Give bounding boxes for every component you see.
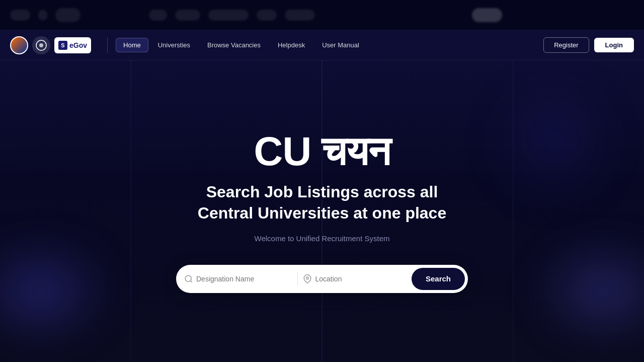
location-icon — [303, 274, 312, 283]
nav-browse-vacancies[interactable]: Browse Vacancies — [200, 38, 268, 52]
hero-title: CU चयन — [254, 129, 390, 174]
gov-logo-2 — [32, 36, 50, 54]
nav-user-manual[interactable]: User Manual — [314, 38, 367, 52]
hero-subtitle-line1: Search Job Listings across all — [198, 182, 446, 203]
hero-section: CU चयन Search Job Listings across all Ce… — [0, 60, 644, 362]
topbar-item-4 — [149, 10, 167, 21]
topbar-item-6 — [208, 10, 249, 21]
glow-left — [0, 241, 111, 342]
egov-logo: S eGov — [54, 37, 91, 53]
hero-subtitle-line2: Central Universities at one place — [198, 203, 446, 224]
login-button[interactable]: Login — [594, 38, 634, 52]
logo-area: S eGov — [10, 36, 91, 54]
glow-right — [533, 241, 644, 342]
svg-point-3 — [306, 277, 309, 279]
search-divider — [297, 272, 298, 286]
nav-universities[interactable]: Universties — [150, 38, 198, 52]
topbar-item-7 — [257, 10, 277, 21]
location-input[interactable] — [315, 275, 385, 283]
svg-point-2 — [185, 275, 191, 281]
egov-text: eGov — [69, 41, 87, 49]
hero-content: CU चयन Search Job Listings across all Ce… — [176, 129, 468, 293]
svg-point-1 — [39, 43, 43, 47]
topbar-item-1 — [10, 10, 30, 21]
egov-s-badge: S — [58, 41, 67, 50]
search-bar: Search — [176, 265, 468, 293]
nav-home[interactable]: Home — [116, 38, 148, 52]
topbar-right-2 — [472, 8, 502, 22]
topbar-item-5 — [175, 10, 200, 21]
topbar-item-8 — [285, 10, 315, 21]
nav-helpdesk[interactable]: Helpdesk — [270, 38, 312, 52]
topbar-item-2 — [38, 10, 47, 21]
hero-subtitle: Search Job Listings across all Central U… — [198, 182, 446, 224]
search-button[interactable]: Search — [412, 268, 465, 290]
location-input-group — [303, 274, 411, 283]
navbar: S eGov Home Universties Browse Vacancies… — [0, 30, 644, 60]
designation-input[interactable] — [196, 275, 277, 283]
search-icon — [184, 274, 193, 283]
hero-tagline: Welcome to Unified Recruitment System — [255, 234, 390, 243]
nav-divider — [107, 38, 108, 53]
topbar-item-3 — [55, 8, 80, 22]
top-bar — [0, 0, 644, 30]
gov-logo-2-icon — [36, 40, 47, 51]
designation-input-group — [184, 274, 292, 283]
gov-logo-1 — [10, 36, 28, 54]
register-button[interactable]: Register — [543, 37, 589, 53]
glow-top-right — [503, 91, 604, 191]
nav-links: Home Universties Browse Vacancies Helpde… — [116, 38, 543, 52]
navbar-actions: Register Login — [543, 37, 634, 53]
